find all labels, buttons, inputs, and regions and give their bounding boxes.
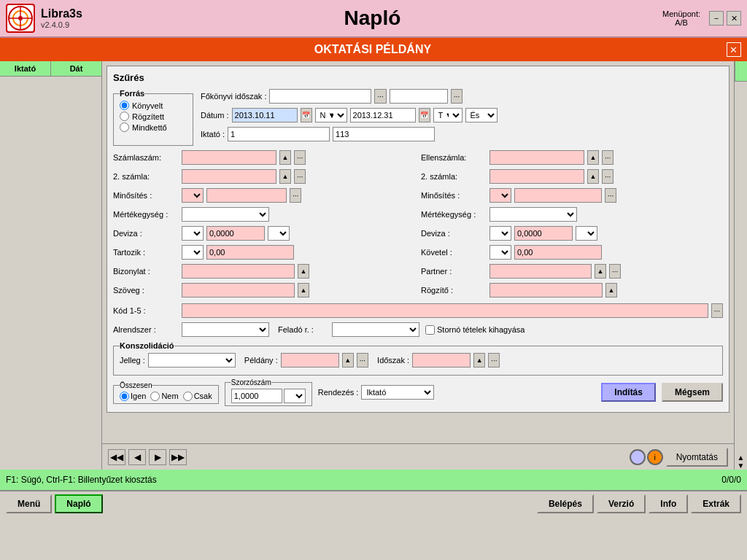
deviza-right-op-select[interactable]	[576, 226, 597, 241]
rogzito-input[interactable]	[489, 283, 603, 298]
rendezes-select[interactable]: Iktató	[361, 385, 434, 400]
minimize-button[interactable]: −	[709, 11, 724, 26]
nav-last-btn[interactable]: ▶▶	[169, 449, 187, 465]
scroll-up-btn[interactable]: ▲	[738, 454, 745, 462]
partner-input[interactable]	[489, 264, 592, 279]
storno-checkbox[interactable]	[425, 325, 435, 335]
minosites-left-input[interactable]	[206, 188, 287, 203]
szamla2-right-input[interactable]	[489, 169, 584, 184]
tartozik-input[interactable]	[206, 245, 294, 260]
sidebar-tab-iktato[interactable]: Iktató	[0, 61, 51, 76]
datum-op1-select[interactable]: N ▼	[315, 108, 347, 122]
minosites-right-select[interactable]	[489, 188, 511, 203]
szamla2-right-up-btn[interactable]: ▲	[587, 169, 599, 184]
fokonyvi-extra-input[interactable]	[390, 89, 448, 104]
szamla2-left-up-btn[interactable]: ▲	[279, 169, 291, 184]
nav-prev-btn[interactable]: ◀	[128, 449, 146, 465]
minosites-left-select[interactable]	[182, 188, 204, 203]
minosites-right-dots-btn[interactable]: ···	[605, 188, 616, 203]
datum-op3-select[interactable]: És ▼	[465, 108, 498, 122]
sidebar-tab-dat[interactable]: Dát	[51, 61, 101, 76]
partner-up-btn[interactable]: ▲	[595, 264, 606, 279]
datum-to-input[interactable]	[350, 108, 416, 122]
szorzoszam-select[interactable]	[284, 389, 306, 403]
info-button[interactable]: Info	[649, 494, 688, 513]
datum-from-cal-btn[interactable]: 📅	[301, 108, 312, 122]
bizonylat-up-btn[interactable]: ▲	[298, 264, 309, 279]
szoveg-input[interactable]	[182, 283, 295, 298]
kod15-input[interactable]	[182, 303, 708, 318]
szorzoszam-input[interactable]	[231, 389, 282, 403]
belepas-button[interactable]: Belépés	[537, 494, 594, 513]
kovotel-input[interactable]	[514, 245, 602, 260]
szoveg-up-btn[interactable]: ▲	[298, 283, 309, 298]
szamlaszam-up-btn[interactable]: ▲	[279, 150, 291, 165]
iktato-label: Iktató :	[201, 130, 225, 139]
status-left-text: F1: Súgó, Ctrl-F1: Billentyűzet kiosztás	[6, 475, 157, 485]
datum-op2-select[interactable]: T ▼	[433, 108, 462, 122]
ellenszamla-up-btn[interactable]: ▲	[587, 150, 599, 165]
rogzitett-radio[interactable]	[120, 112, 129, 121]
mertekegyseg-left-select[interactable]	[182, 207, 269, 222]
jelleg-select[interactable]	[148, 353, 236, 368]
peldany-dots-btn[interactable]: ···	[357, 353, 368, 368]
ellenszamla-dots-btn[interactable]: ···	[602, 150, 614, 165]
szamla2-right-dots-btn[interactable]: ···	[602, 169, 614, 184]
deviza-right-input[interactable]	[514, 226, 573, 241]
feladо-select[interactable]	[332, 322, 419, 337]
szamlaszam-input[interactable]	[182, 150, 276, 165]
nav-first-btn[interactable]: ◀◀	[108, 449, 125, 465]
fokonyvi-extra-dots[interactable]: ···	[451, 89, 462, 104]
close-window-button[interactable]: ✕	[727, 11, 741, 26]
szamla2-left-dots-btn[interactable]: ···	[294, 169, 306, 184]
megsem-button[interactable]: Mégsem	[662, 383, 723, 402]
peldany-input[interactable]	[281, 353, 339, 368]
verzio-button[interactable]: Verzió	[597, 494, 646, 513]
inditas-button[interactable]: Indítás	[601, 383, 656, 402]
tartozik-select[interactable]	[182, 245, 204, 260]
deviza-left-select[interactable]	[182, 226, 204, 241]
fokonyvi-input[interactable]: 2013	[269, 89, 371, 104]
szamlaszam-dots-btn[interactable]: ···	[294, 150, 306, 165]
extrak-button[interactable]: Extrák	[691, 494, 741, 513]
mindketto-radio[interactable]	[120, 122, 129, 132]
mertekegyseg-right-cell: Mértékegység :	[421, 207, 723, 222]
nav-next-btn[interactable]: ▶	[149, 449, 166, 465]
deviza-left-input[interactable]	[206, 226, 265, 241]
mertekegyseg-right-select[interactable]	[489, 207, 577, 222]
nyomtatas-button[interactable]: Nyomtatás	[666, 448, 728, 467]
idoszak-input[interactable]	[412, 353, 471, 368]
rogzito-up-btn[interactable]: ▲	[605, 283, 617, 298]
szamla2-left-input[interactable]	[182, 169, 276, 184]
naplo-button[interactable]: Napló	[55, 494, 102, 513]
banner-close-button[interactable]: ✕	[727, 42, 741, 57]
kovotel-select[interactable]	[489, 245, 511, 260]
datum-from-input[interactable]	[232, 108, 298, 122]
deviza-right-select[interactable]	[489, 226, 511, 241]
nem-label: Nem	[150, 392, 178, 401]
deviza-left-op-select[interactable]	[268, 226, 290, 241]
minosites-left-dots-btn[interactable]: ···	[290, 188, 301, 203]
iktato-to-input[interactable]	[333, 127, 435, 141]
menu-button[interactable]: Menü	[6, 494, 52, 513]
idoszak-up-btn[interactable]: ▲	[473, 353, 485, 368]
csak-radio[interactable]	[183, 392, 193, 401]
konyvelt-radio[interactable]	[120, 101, 129, 110]
alrendszer-select[interactable]	[182, 322, 269, 337]
idoszak-dots-btn[interactable]: ···	[488, 353, 500, 368]
action-buttons: Indítás Mégsem	[601, 383, 723, 402]
scroll-down-btn[interactable]: ▼	[738, 462, 745, 470]
partner-dots-btn[interactable]: ···	[609, 264, 621, 279]
kod15-dots-btn[interactable]: ···	[711, 303, 723, 318]
ellenszamla-input[interactable]	[489, 150, 584, 165]
bizonylat-input[interactable]	[182, 264, 295, 279]
circle-blue-btn[interactable]	[630, 449, 646, 465]
fokonyvi-dots-btn[interactable]: ···	[374, 89, 386, 104]
datum-to-cal-btn[interactable]: 📅	[419, 108, 430, 122]
nem-radio[interactable]	[150, 392, 160, 401]
iktato-from-input[interactable]	[228, 127, 330, 141]
peldany-up-btn[interactable]: ▲	[342, 353, 354, 368]
circle-orange-btn[interactable]: i	[647, 449, 663, 465]
igen-radio[interactable]	[120, 392, 129, 401]
minosites-right-input[interactable]	[514, 188, 602, 203]
